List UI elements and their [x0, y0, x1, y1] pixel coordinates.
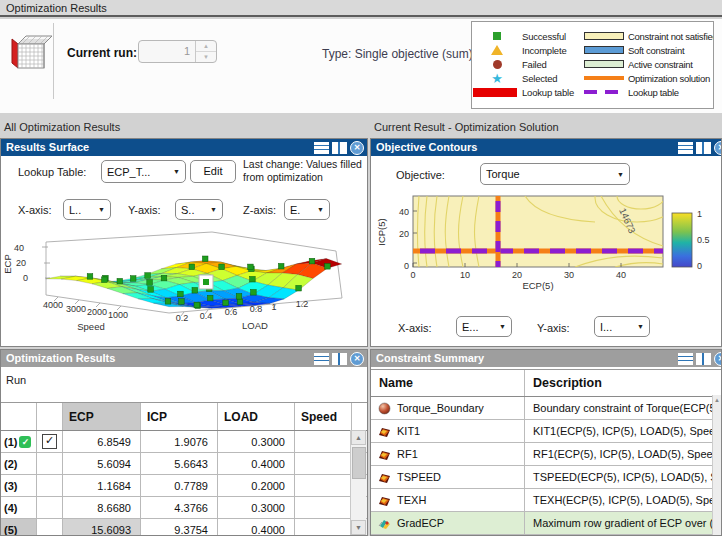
table-row[interactable]: (5) 15.6093 9.3754 0.4000 — [1, 519, 367, 535]
accept-cell[interactable]: ✓ — [37, 431, 63, 452]
column-header-speed[interactable]: Speed — [295, 403, 352, 430]
objective-dropdown[interactable]: Torque ▼ — [480, 163, 630, 185]
ecp-cell[interactable]: 6.8549 — [63, 431, 141, 452]
top-toolbar: Current run: 1 ▲ ▼ Type: Single objectiv… — [0, 19, 722, 113]
column-header-icp[interactable]: ICP — [141, 403, 218, 430]
icp-cell[interactable]: 5.6643 — [141, 453, 218, 474]
constraint-row[interactable]: KIT1 KIT1(ECP(5), ICP(5), LOAD(5), Speed… — [371, 420, 721, 443]
close-icon[interactable]: ✕ — [714, 352, 721, 366]
split-vertical-icon[interactable] — [696, 142, 711, 154]
ecp-cell[interactable]: 5.6094 — [63, 453, 141, 474]
split-horizontal-icon[interactable] — [314, 142, 329, 154]
accept-cell[interactable] — [37, 453, 63, 474]
lookup-table-value: ECP_T... — [107, 166, 150, 178]
constraint-row[interactable]: RF1 RF1(ECP(5), ICP(5), LOAD(5), Speed(5… — [371, 443, 721, 466]
failed-marker-icon — [472, 60, 522, 69]
constraint-description: KIT1(ECP(5), ICP(5), LOAD(5), Speed(5 — [525, 420, 721, 442]
constraint-scrollbar[interactable]: ▲ — [712, 395, 721, 535]
current-run-value: 1 — [139, 41, 195, 62]
scrollbar-thumb[interactable] — [352, 447, 366, 479]
load-cell[interactable]: 0.3000 — [218, 431, 295, 452]
accept-cell[interactable] — [37, 497, 63, 518]
load-cell[interactable]: 0.2000 — [218, 475, 295, 496]
ecp-tick: 10 — [460, 270, 470, 280]
load-cell[interactable]: 0.4000 — [218, 453, 295, 474]
colorbar-tick: 1 — [697, 209, 702, 219]
constraint-row[interactable]: TSPEED TSPEED(ECP(5), ICP(5), LOAD(5), S… — [371, 466, 721, 489]
split-vertical-icon[interactable] — [696, 353, 711, 365]
split-vertical-icon[interactable] — [332, 142, 347, 154]
split-horizontal-icon[interactable] — [678, 353, 693, 365]
close-icon[interactable]: ✕ — [350, 141, 364, 155]
icp-cell[interactable]: 4.3766 — [141, 497, 218, 518]
lookup-table-dropdown[interactable]: ECP_T... ▼ — [101, 160, 186, 183]
z-axis-dropdown[interactable]: E. ▼ — [284, 199, 330, 220]
contour-x-axis-dropdown[interactable]: E... ▼ — [456, 316, 512, 337]
close-icon[interactable]: ✕ — [714, 141, 721, 155]
run-number: (4) — [4, 502, 17, 514]
results-surface-title: Results Surface — [6, 141, 89, 153]
vertical-scrollbar[interactable]: ▲ ▼ — [350, 430, 366, 535]
objective-contour-plot[interactable]: 14673 40 20 0 ICP(5) 0 10 20 30 40 ECP(5… — [375, 190, 721, 308]
accept-cell[interactable] — [37, 519, 63, 535]
icp-cell[interactable]: 9.3754 — [141, 519, 218, 535]
speed-cell[interactable] — [295, 519, 352, 535]
legend-label: Active constraint — [628, 59, 713, 70]
constraint-summary-body: Name Description Torque_Boundary — [371, 367, 721, 535]
split-horizontal-icon[interactable] — [314, 353, 329, 365]
ecp-cell[interactable]: 8.6680 — [63, 497, 141, 518]
column-header-load[interactable]: LOAD — [218, 403, 295, 430]
icp-cell[interactable]: 0.7789 — [141, 475, 218, 496]
scroll-down-button[interactable]: ▼ — [351, 520, 366, 535]
accept-checkbox[interactable]: ✓ — [42, 434, 57, 449]
current-run-spinner[interactable]: 1 ▲ ▼ — [138, 40, 217, 63]
run-cell[interactable]: (3) — [1, 475, 37, 496]
constraint-description: RF1(ECP(5), ICP(5), LOAD(5), Speed(5) — [525, 443, 721, 465]
run-cell[interactable]: (2) — [1, 453, 37, 474]
constraint-table: Name Description Torque_Boundary — [371, 369, 721, 535]
run-cell[interactable]: (5) — [1, 519, 37, 535]
run-cell[interactable]: (1)✓ — [1, 431, 37, 452]
load-tick: 0.6 — [225, 307, 238, 317]
column-header-ecp[interactable]: ECP — [63, 403, 141, 430]
contour-y-axis-dropdown[interactable]: I... ▼ — [594, 316, 650, 337]
speed-cell[interactable] — [295, 431, 352, 452]
close-icon[interactable]: ✕ — [350, 352, 364, 366]
scroll-up-button[interactable]: ▲ — [351, 430, 366, 445]
table-row[interactable]: (1)✓ ✓ 6.8549 1.9076 0.3000 — [1, 431, 367, 453]
load-cell[interactable]: 0.4000 — [218, 519, 295, 535]
ecp-cell[interactable]: 15.6093 — [63, 519, 141, 535]
scroll-up-button[interactable]: ▲ — [713, 395, 721, 405]
table-row[interactable]: (4) 8.6680 4.3766 0.3000 — [1, 497, 367, 519]
edit-button[interactable]: Edit — [190, 160, 236, 183]
model-constraint-icon — [378, 471, 391, 483]
split-horizontal-icon[interactable] — [678, 142, 693, 154]
load-cell[interactable]: 0.3000 — [218, 497, 295, 518]
icp-tick: 20 — [399, 229, 409, 239]
speed-cell[interactable] — [295, 453, 352, 474]
soft-constraint-swatch — [584, 46, 628, 54]
run-number: (1) — [4, 436, 17, 448]
constraint-row-active[interactable]: GradECP Maximum row gradient of ECP over… — [371, 512, 721, 535]
table-row[interactable]: (3) 1.1684 0.7789 0.2000 — [1, 475, 367, 497]
x-axis-dropdown[interactable]: L.. ▼ — [63, 199, 111, 220]
constraint-name: RF1 — [397, 448, 418, 460]
spinner-up-button[interactable]: ▲ — [196, 41, 216, 52]
run-cell[interactable]: (4) — [1, 497, 37, 518]
constraint-row[interactable]: Torque_Boundary Boundary constraint of T… — [371, 397, 721, 420]
speed-cell[interactable] — [295, 475, 352, 496]
split-vertical-icon[interactable] — [332, 353, 347, 365]
ecp-cell[interactable]: 1.1684 — [63, 475, 141, 496]
y-axis-dropdown[interactable]: S.. ▼ — [175, 199, 223, 220]
icp-cell[interactable]: 1.9076 — [141, 431, 218, 452]
load-tick: 0.8 — [250, 304, 263, 314]
constraint-summary-title: Constraint Summary — [376, 352, 484, 364]
chevron-down-icon: ▼ — [210, 206, 217, 213]
table-row[interactable]: (2) 5.6094 5.6643 0.4000 — [1, 453, 367, 475]
accept-cell[interactable] — [37, 475, 63, 496]
results-surface-3d-plot[interactable]: 40 20 0 ECP 4000 3000 2000 1000 Speed 0.… — [3, 226, 359, 345]
constraint-row[interactable]: TEXH TEXH(ECP(5), ICP(5), LOAD(5), Speed — [371, 489, 721, 512]
main-area: All Optimization Results Current Result … — [0, 113, 722, 536]
speed-cell[interactable] — [295, 497, 352, 518]
spinner-down-button[interactable]: ▼ — [196, 52, 216, 62]
